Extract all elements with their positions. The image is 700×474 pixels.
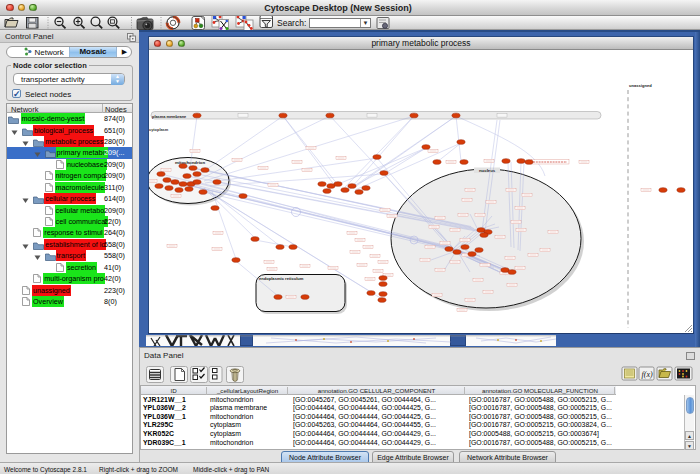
svg-text:endoplasmic reticulum: endoplasmic reticulum — [259, 276, 304, 281]
svg-text:f(x): f(x) — [642, 370, 653, 379]
svg-text:plasma membrane: plasma membrane — [152, 114, 187, 119]
svg-text:unassigned: unassigned — [629, 83, 652, 88]
svg-text:cytoplasm: cytoplasm — [149, 127, 169, 132]
